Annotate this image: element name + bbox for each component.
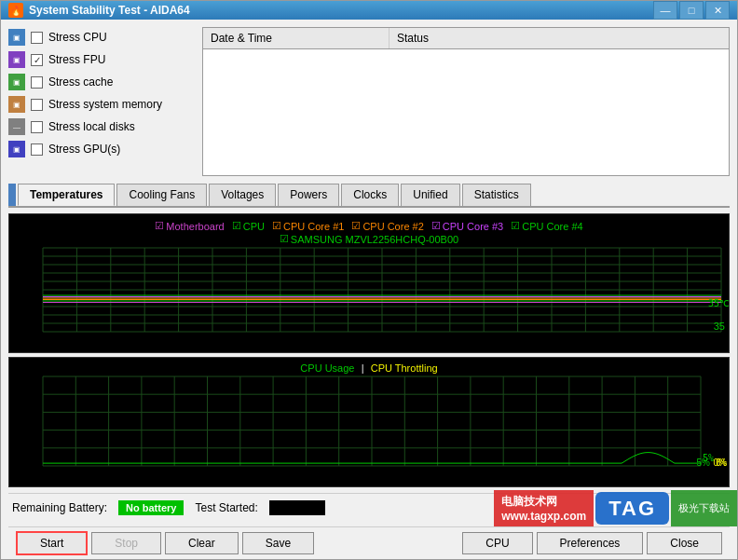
stress-cache-item: ▣ Stress cache	[8, 72, 195, 92]
legend-samsung: ☑ SAMSUNG MZVL2256HCHQ-00B00	[280, 233, 458, 245]
maximize-button[interactable]: □	[679, 1, 704, 20]
fpu-stress-icon: ▣	[8, 51, 25, 68]
battery-status: No battery	[118, 500, 184, 515]
stress-gpu-checkbox[interactable]	[31, 143, 43, 156]
stop-button[interactable]: Stop	[91, 532, 161, 554]
stress-memory-checkbox[interactable]	[31, 99, 43, 111]
legend-core4-check: ☑	[511, 220, 520, 232]
legend-cpu: ☑ CPU	[232, 220, 265, 232]
clear-button[interactable]: Clear	[165, 532, 239, 554]
gpu-stress-icon: ▣	[8, 141, 25, 157]
test-started-indicator	[269, 500, 325, 515]
charts-area: ☑ Motherboard ☑ CPU ☑ CPU Core #1 ☑ CPU …	[8, 213, 730, 487]
stress-cpu-item: ▣ Stress CPU	[8, 27, 195, 48]
watermark-text: 电脑技术网 www.tagxp.com	[494, 490, 594, 526]
title-bar-left: 🔥 System Stability Test - AIDA64	[8, 3, 190, 18]
legend-core2-label: CPU Core #2	[362, 221, 423, 232]
legend-core1-check: ☑	[272, 220, 281, 232]
start-button[interactable]: Start	[16, 531, 88, 555]
usage-canvas	[9, 358, 729, 486]
stress-cache-label: Stress cache	[48, 75, 113, 89]
stress-fpu-checkbox[interactable]	[31, 54, 43, 66]
top-section: ▣ Stress CPU ▣ Stress FPU ▣ Stress cache…	[8, 27, 730, 176]
stress-disk-checkbox[interactable]	[31, 121, 43, 133]
stress-memory-label: Stress system memory	[48, 98, 162, 111]
save-button[interactable]: Save	[242, 532, 314, 554]
cpu-throttling-label: CPU Throttling	[371, 362, 438, 374]
watermark-line1: 电脑技术网	[501, 494, 586, 510]
stress-panel: ▣ Stress CPU ▣ Stress FPU ▣ Stress cache…	[8, 27, 195, 176]
temperature-chart: ☑ Motherboard ☑ CPU ☑ CPU Core #1 ☑ CPU …	[8, 213, 730, 353]
footer-buttons: Start Stop Clear Save CPU Preferences Cl…	[8, 526, 730, 559]
tab-voltages[interactable]: Voltages	[209, 184, 276, 206]
legend-cpu-check: ☑	[232, 220, 241, 232]
legend-cpu-label: CPU	[243, 221, 265, 232]
title-controls: — □ ✕	[653, 1, 730, 20]
tab-unified[interactable]: Unified	[401, 184, 459, 206]
status-col-header: Status	[390, 28, 729, 48]
legend-core1-label: CPU Core #1	[283, 221, 344, 232]
cpu-usage-chart: CPU Usage | CPU Throttling 100% 0% 5% 0%	[8, 357, 730, 487]
stress-cpu-checkbox[interactable]	[31, 32, 43, 44]
date-time-col-header: Date & Time	[203, 28, 390, 48]
status-table: Date & Time Status	[202, 27, 730, 176]
stress-disk-item: — Stress local disks	[8, 116, 195, 137]
cache-stress-icon: ▣	[8, 74, 25, 90]
tabs-row: Temperatures Cooling Fans Voltages Power…	[8, 184, 730, 208]
stress-cache-checkbox[interactable]	[31, 76, 43, 89]
close-footer-button[interactable]: Close	[647, 532, 722, 554]
stress-gpu-label: Stress GPU(s)	[48, 143, 120, 156]
legend-core2: ☑ CPU Core #2	[351, 220, 423, 232]
status-bar: Remaining Battery: No battery Test Start…	[8, 493, 730, 521]
legend-core4: ☑ CPU Core #4	[511, 220, 582, 232]
legend-motherboard-check: ☑	[155, 220, 164, 232]
stress-gpu-item: ▣ Stress GPU(s)	[8, 139, 195, 159]
minimize-button[interactable]: —	[653, 1, 677, 20]
preferences-button[interactable]: Preferences	[537, 532, 644, 554]
legend-samsung-label: SAMSUNG MZVL2256HCHQ-00B00	[291, 234, 458, 245]
legend-core2-check: ☑	[351, 220, 361, 232]
app-icon: 🔥	[8, 3, 23, 18]
tab-temperatures[interactable]: Temperatures	[18, 184, 115, 206]
test-started-label: Test Started:	[195, 501, 257, 514]
watermark-site: 极光下载站	[671, 490, 737, 526]
title-bar: 🔥 System Stability Test - AIDA64 — □ ✕	[1, 1, 737, 20]
watermark-container: 电脑技术网 www.tagxp.com TAG 极光下载站	[494, 490, 737, 526]
main-window: 🔥 System Stability Test - AIDA64 — □ ✕ ▣…	[0, 0, 738, 560]
legend-core3-check: ☑	[431, 220, 441, 232]
legend-core4-label: CPU Core #4	[522, 221, 582, 232]
cpu-button[interactable]: CPU	[462, 532, 532, 554]
stress-memory-item: ▣ Stress system memory	[8, 94, 195, 115]
stress-fpu-item: ▣ Stress FPU	[8, 49, 195, 70]
cpu-stress-icon: ▣	[8, 29, 25, 46]
cpu-usage-label: CPU Usage	[300, 362, 354, 374]
legend-core3-label: CPU Core #3	[443, 221, 503, 232]
watermark-tag: TAG	[595, 492, 669, 525]
stress-fpu-label: Stress FPU	[48, 53, 105, 66]
tab-powers[interactable]: Powers	[278, 184, 339, 206]
legend-samsung-check: ☑	[280, 233, 289, 245]
close-button[interactable]: ✕	[705, 1, 730, 20]
legend-core3: ☑ CPU Core #3	[431, 220, 503, 232]
throttling-value: 0%	[714, 458, 727, 468]
legend-motherboard: ☑ Motherboard	[155, 220, 224, 232]
temp-legend-row2: ☑ SAMSUNG MZVL2256HCHQ-00B00	[9, 233, 729, 245]
remaining-battery-label: Remaining Battery:	[12, 501, 107, 514]
main-content: ▣ Stress CPU ▣ Stress FPU ▣ Stress cache…	[1, 20, 737, 560]
disk-stress-icon: —	[8, 118, 25, 135]
tab-cooling-fans[interactable]: Cooling Fans	[116, 184, 207, 206]
temp-current-value: 35	[714, 321, 725, 332]
separator: |	[362, 362, 367, 374]
window-title: System Stability Test - AIDA64	[29, 4, 190, 17]
watermark-line2: www.tagxp.com	[501, 510, 586, 523]
usage-value: 5%	[697, 458, 710, 468]
stress-cpu-label: Stress CPU	[48, 31, 107, 44]
status-table-header: Date & Time Status	[203, 28, 729, 49]
usage-legend: CPU Usage | CPU Throttling	[9, 362, 729, 375]
stress-disk-label: Stress local disks	[48, 120, 135, 133]
legend-motherboard-label: Motherboard	[166, 221, 224, 232]
temp-legend: ☑ Motherboard ☑ CPU ☑ CPU Core #1 ☑ CPU …	[9, 218, 729, 234]
tab-statistics[interactable]: Statistics	[462, 184, 531, 206]
legend-core1: ☑ CPU Core #1	[272, 220, 344, 232]
tab-clocks[interactable]: Clocks	[341, 184, 399, 206]
